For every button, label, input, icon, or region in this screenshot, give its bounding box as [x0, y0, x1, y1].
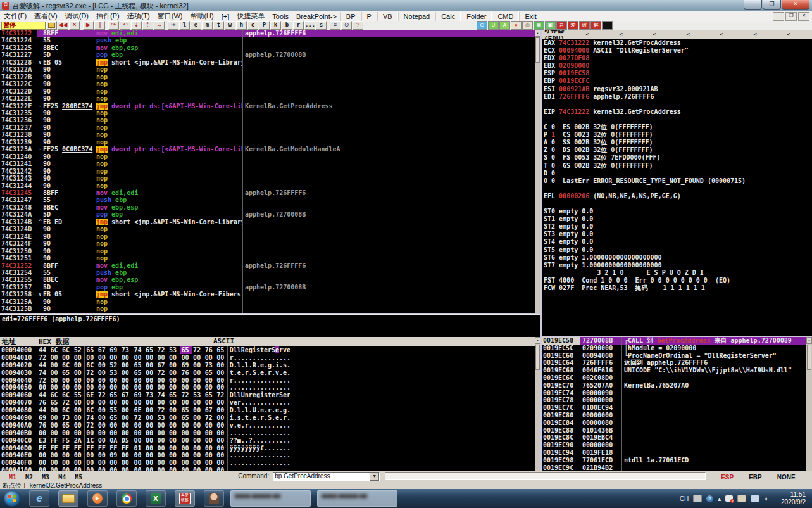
column-header-ascii[interactable]: ASCII	[211, 337, 234, 346]
menu-tool-p[interactable]: P	[361, 12, 377, 21]
collapse-icon[interactable]: <	[718, 31, 725, 37]
stack-row[interactable]: 0019EC5C02090000│hModule = 02090000	[542, 345, 806, 352]
taskbar-explorer-icon[interactable]	[58, 490, 78, 507]
plugin-icon-6[interactable]: ▣	[545, 21, 556, 30]
scrollbar-thumb[interactable]	[535, 37, 540, 63]
register-line[interactable]	[542, 200, 812, 208]
disasm-row[interactable]: 74C31248 8BECmov ebp,esp	[0, 204, 535, 211]
dump-row[interactable]: 000940F000000000000000000000000000000000…	[0, 459, 535, 467]
plugin-icon-10[interactable]: 解	[590, 21, 601, 30]
stack-row[interactable]: 0019EC7400000090	[542, 390, 806, 397]
toolbar-extra-0[interactable]: ≡	[330, 21, 340, 30]
hint-none[interactable]: NONE	[777, 474, 796, 481]
register-line[interactable]	[542, 101, 812, 108]
register-line[interactable]: Z 0 DS 002B 32位 0(FFFFFFFF)	[542, 146, 812, 154]
menu-item-6[interactable]: 帮助(H)	[186, 11, 217, 22]
scroll-up-icon[interactable]: ▲	[806, 337, 812, 344]
disasm-row[interactable]: 74C31225 8BECmov ebp,esp	[0, 44, 535, 51]
disasm-row[interactable]: 74C31247 55push ebp	[0, 196, 535, 203]
dump-row[interactable]: 0009408044006C006C0055006E00720065006700…	[0, 407, 535, 414]
start-button[interactable]	[4, 490, 20, 507]
disasm-row[interactable]: 74C3125B 90nop	[0, 305, 535, 312]
disasm-row[interactable]: 74C3124D 90nop	[0, 225, 535, 232]
memory-tab-m4[interactable]: M4	[58, 474, 66, 481]
disassembly-scrollbar[interactable]: ▲	[535, 30, 540, 313]
command-result-field[interactable]	[385, 472, 706, 480]
disasm-row[interactable]: 74C31251 90nop	[0, 255, 535, 262]
register-line[interactable]: ECX 00094000 ASCII "DllRegisterServer"	[542, 47, 812, 54]
taskbar-excel-icon[interactable]: X	[146, 490, 166, 507]
disasm-row[interactable]: 74C31222 8BFFmov edi,ediapphelp.726FFFF6	[0, 30, 535, 37]
action-center-flag-icon[interactable]: ✕	[725, 495, 733, 502]
scrollbar-thumb[interactable]	[535, 345, 540, 370]
restore-button[interactable]: ❐	[763, 0, 781, 10]
disasm-row[interactable]: 74C31241 90nop	[0, 160, 535, 167]
dump-row[interactable]: 000940B000000000000000000000000000000000…	[0, 429, 535, 437]
plugin-icon-4[interactable]: ◎	[522, 21, 533, 30]
disasm-row[interactable]: 74C31252 8BFFmov edi,ediapphelp.726FFFF6	[0, 262, 535, 269]
register-line[interactable]: EDI 726FFFF6 apphelp.726FFFF6	[542, 93, 812, 101]
disasm-row[interactable]: 74C31254 55push ebp	[0, 269, 535, 276]
plugin-icon-8[interactable]: 爱	[568, 21, 578, 30]
stack-row[interactable]: 0019EC70765207A0KernelBa.765207A0	[542, 382, 806, 390]
plugin-icon-7[interactable]: 吾	[556, 21, 567, 30]
debug-control-icon[interactable]: ▶	[83, 21, 94, 30]
taskbar-portrait-icon[interactable]	[204, 490, 224, 507]
disasm-row[interactable]: 74C31240 90nop	[0, 153, 535, 160]
disasm-row[interactable]: 74C31255 8BECmov ebp,esp	[0, 276, 535, 283]
window-shortcut-w[interactable]: w	[225, 21, 235, 30]
memory-tab-m5[interactable]: M5	[75, 474, 82, 481]
collapse-icon[interactable]: <	[684, 31, 692, 37]
dump-row[interactable]: 0009404072000000000000000000000000000000…	[0, 377, 535, 384]
window-shortcut-l[interactable]: l	[179, 21, 190, 30]
register-line[interactable]: ESI 000921AB regsvr32.000921AB	[542, 86, 812, 93]
stack-row[interactable]: 0019EC8000000000	[542, 412, 806, 419]
disasm-row[interactable]: 74C31239 90nop	[0, 139, 535, 146]
disasm-row[interactable]: 74C31242 90nop	[0, 168, 535, 175]
plugin-icon-5[interactable]: ▦	[534, 21, 544, 30]
register-line[interactable]: ST2 empty 0.0	[542, 223, 812, 231]
menu-item-2[interactable]: 调试(D)	[61, 11, 92, 22]
menu-tool-exit[interactable]: Exit	[519, 12, 542, 21]
memory-tab-m1[interactable]: M1	[9, 474, 16, 481]
window-shortcut-b[interactable]: b	[282, 21, 292, 30]
stack-row[interactable]: 0019EC9877061ECDntdll_1a.77061ECD	[542, 457, 806, 464]
disasm-row[interactable]: 74C3122C 90nop	[0, 80, 535, 87]
minimize-button[interactable]: —	[744, 0, 762, 10]
stack-row[interactable]: 0019EC7C0100EC94	[542, 404, 806, 412]
hint-esp[interactable]: ESP	[721, 474, 734, 481]
register-line[interactable]: FST 4000 Cond 1 0 0 0 Err 0 0 0 0 0 0 0 …	[542, 277, 812, 284]
dump-row[interactable]: 000940C0E3FFF52A1C000AD50000000000000000…	[0, 437, 535, 445]
stack-row[interactable]: 0019EC8400000080	[542, 419, 806, 427]
stack-row[interactable]: 0019EC680046F616UNICODE "C:\\ihV1YDWm\\F…	[542, 367, 806, 374]
mdi-minimize-button[interactable]: —	[773, 12, 784, 21]
dump-row[interactable]: 00094060446C6C556E7265676973746572536572…	[0, 391, 535, 399]
clipboard-icon[interactable]	[737, 495, 746, 502]
stack-row[interactable]: 0019EC7800000000	[542, 397, 806, 404]
window-shortcut-P[interactable]: P	[259, 21, 270, 30]
register-line[interactable]: EIP 74C31222 kernel32.GetProcAddress	[542, 108, 812, 116]
stack-row[interactable]: 0019EC6C002C08D0	[542, 374, 806, 382]
dump-row[interactable]: 00094000446C6C52656769737465725365727665…	[0, 346, 535, 354]
disasm-row[interactable]: 74C31227 5Dpop ebpapphelp.7270008B	[0, 51, 535, 58]
menu-item-7[interactable]: [+]	[218, 12, 234, 21]
column-header-hex[interactable]: HEX 数据	[39, 337, 211, 346]
register-line[interactable]: ST0 empty 0.0	[542, 208, 812, 215]
file-control-icon[interactable]: ◀◀	[58, 21, 68, 30]
stack-row[interactable]: 0019EC8C0019EBC4	[542, 434, 806, 441]
register-line[interactable]: EBX 02090000	[542, 62, 812, 70]
stack-row[interactable]: 0019EC587270008B┌CALL 到 GetProcAddress 来…	[542, 337, 806, 345]
register-line[interactable]	[542, 185, 812, 193]
file-control-icon[interactable]: ✕	[69, 21, 80, 30]
register-line[interactable]: 3 2 1 0 E S P U O Z D I	[542, 269, 812, 277]
stack-row[interactable]: 0019EC880101436B	[542, 427, 806, 435]
column-header-address[interactable]: 地址	[0, 337, 39, 346]
show-hidden-icons-chevron[interactable]: ▴	[718, 495, 721, 502]
memory-tab-m2[interactable]: M2	[25, 474, 33, 481]
register-line[interactable]: P 1 CS 0023 32位 0(FFFFFFFF)	[542, 131, 812, 139]
keyboard-icon[interactable]	[693, 495, 702, 502]
dump-row[interactable]: 0009407076657200000000000000000000000000…	[0, 399, 535, 407]
toolbar-extra-1[interactable]: ⊙	[341, 21, 352, 30]
disasm-row[interactable]: 74C3123A-FF250C0BC374jmp dword ptr ds:[<…	[0, 146, 535, 153]
register-line[interactable]: ST4 empty 0.0	[542, 238, 812, 246]
